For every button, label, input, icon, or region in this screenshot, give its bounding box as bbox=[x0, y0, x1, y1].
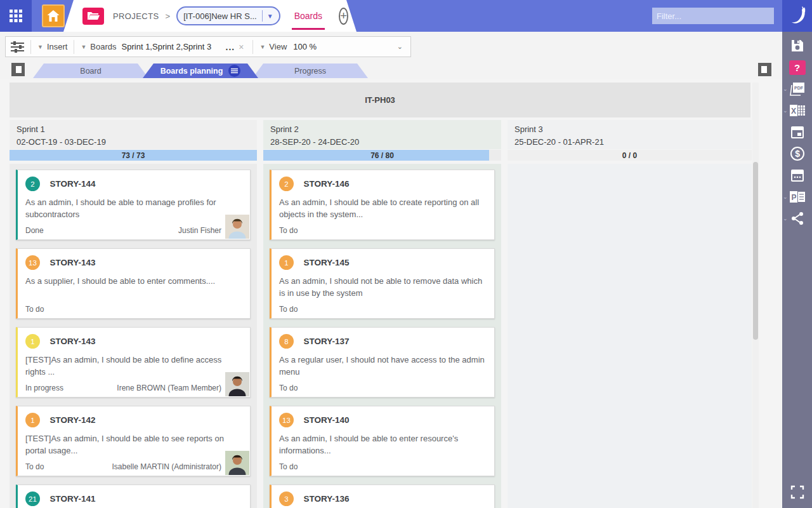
sprint-dates: 28-SEP-20 - 24-DEC-20 bbox=[270, 136, 494, 149]
help-button[interactable]: ? bbox=[782, 57, 812, 78]
story-id: STORY-145 bbox=[303, 258, 349, 267]
sprint-column-3: Sprint 3 25-DEC-20 - 01-APR-21 0 / 0 bbox=[508, 120, 752, 508]
view-menu[interactable]: ▼ View bbox=[259, 42, 287, 51]
sprint-cards-list: 2 STORY-146 As an admin, I should be abl… bbox=[263, 164, 501, 508]
share-button[interactable]: ⌄ bbox=[782, 208, 812, 229]
project-selector[interactable]: [IT-006]New HR S... ▼ bbox=[176, 6, 280, 25]
calendar-view-button[interactable] bbox=[782, 121, 812, 143]
chevron-down-icon: ⌄ bbox=[783, 86, 788, 92]
story-points-badge: 1 bbox=[279, 255, 294, 270]
phase-group-header: IT-PH03 bbox=[10, 83, 750, 117]
story-card[interactable]: 1 STORY-143 [TEST]As an admin, I should … bbox=[16, 327, 251, 398]
story-card[interactable]: 2 STORY-144 As an admin, I should be abl… bbox=[16, 170, 251, 240]
toggle-right-panel-button[interactable] bbox=[758, 63, 771, 76]
project-selector-divider bbox=[262, 10, 263, 22]
project-selector-value: [IT-006]New HR S... bbox=[183, 11, 257, 21]
budget-button[interactable]: $ bbox=[782, 143, 812, 164]
assignee-avatar bbox=[225, 451, 249, 475]
chevron-down-icon: ⌄ bbox=[397, 43, 403, 51]
boards-selection-input[interactable] bbox=[122, 42, 222, 51]
view-options-button[interactable] bbox=[11, 41, 24, 53]
boards-clear-button[interactable]: × bbox=[239, 42, 244, 52]
story-id: STORY-140 bbox=[303, 415, 349, 425]
story-id: STORY-142 bbox=[49, 415, 95, 425]
tab-boards-planning[interactable]: Boards planning bbox=[143, 64, 258, 78]
story-card[interactable]: 13 STORY-140 As an admin, I should be ab… bbox=[270, 406, 495, 476]
chevron-down-icon: ⌄ bbox=[783, 215, 788, 222]
assignee-avatar bbox=[225, 215, 249, 239]
story-description: As a regular user, I should not have acc… bbox=[279, 354, 487, 378]
add-view-button[interactable]: + bbox=[339, 8, 348, 25]
sprint-name: Sprint 2 bbox=[270, 123, 494, 136]
budget-dollar-icon: $ bbox=[790, 146, 805, 161]
save-icon bbox=[790, 38, 805, 53]
export-pdf-button[interactable]: ⌄ PDF bbox=[782, 78, 812, 100]
story-status: In progress bbox=[25, 384, 63, 392]
tab-menu-icon[interactable] bbox=[228, 65, 240, 77]
sprint-name: Sprint 1 bbox=[16, 123, 250, 136]
story-card[interactable]: 13 STORY-143 As a supplier, I should be … bbox=[16, 248, 251, 319]
toolbar-divider bbox=[252, 40, 253, 54]
tab-board[interactable]: Board bbox=[33, 64, 148, 78]
story-points-badge: 2 bbox=[279, 177, 294, 191]
story-status: To do bbox=[279, 384, 298, 392]
breadcrumb-projects[interactable]: PROJECTS bbox=[113, 11, 159, 21]
calendar-icon bbox=[790, 124, 805, 140]
tab-progress[interactable]: Progress bbox=[252, 64, 368, 78]
story-description: As an admin, I should be able to create … bbox=[279, 197, 487, 221]
vertical-scrollbar[interactable] bbox=[752, 83, 759, 508]
story-points-badge: 1 bbox=[25, 334, 40, 349]
story-status: To do bbox=[279, 226, 298, 235]
board-area: IT-PH03 Sprint 1 02-OCT-19 - 03-DEC-19 7… bbox=[0, 79, 782, 508]
save-button[interactable] bbox=[782, 35, 812, 57]
help-icon: ? bbox=[789, 60, 806, 75]
story-points-badge: 1 bbox=[25, 413, 40, 427]
sprint-column-header: Sprint 2 28-SEP-20 - 24-DEC-20 bbox=[263, 120, 501, 149]
sprint-cards-list bbox=[508, 164, 752, 508]
sprint-column-1: Sprint 1 02-OCT-19 - 03-DEC-19 73 / 73 2… bbox=[10, 120, 257, 508]
story-points-badge: 13 bbox=[25, 255, 40, 270]
svg-text:$: $ bbox=[795, 149, 800, 159]
story-assignee: Isabelle MARTIN (Administrator) bbox=[112, 462, 222, 471]
story-card[interactable]: 2 STORY-146 As an admin, I should be abl… bbox=[270, 170, 495, 240]
export-excel-button[interactable]: ⌄ X bbox=[782, 100, 812, 121]
sprint-cards-list: 2 STORY-144 As an admin, I should be abl… bbox=[10, 164, 257, 508]
app-grid-icon bbox=[9, 9, 23, 23]
story-card[interactable]: 8 STORY-137 As a regular user, I should … bbox=[270, 327, 495, 398]
zoom-select[interactable]: 100 % ⌄ bbox=[293, 42, 405, 51]
scrollbar-thumb[interactable] bbox=[753, 162, 758, 340]
export-excel-icon: X bbox=[789, 103, 806, 118]
svg-text:P: P bbox=[791, 193, 796, 202]
home-button[interactable] bbox=[42, 4, 65, 27]
story-id: STORY-143 bbox=[49, 337, 95, 346]
fullscreen-button[interactable] bbox=[782, 481, 812, 503]
assignee-avatar bbox=[225, 372, 249, 396]
right-sidebar: ? ⌄ PDF ⌄ X bbox=[782, 32, 812, 508]
export-powerpoint-button[interactable]: ⌄ P bbox=[782, 186, 812, 208]
story-card[interactable]: 3 STORY-136 As an admin, I should be abl… bbox=[270, 485, 495, 508]
boards-menu-label: Boards bbox=[90, 42, 116, 51]
story-card[interactable]: 1 STORY-145 As an admin, I should not be… bbox=[270, 248, 495, 319]
sprint-column-header: Sprint 3 25-DEC-20 - 01-APR-21 bbox=[508, 120, 752, 149]
svg-text:PDF: PDF bbox=[794, 86, 804, 90]
boards-menu[interactable]: ▼ Boards bbox=[81, 42, 116, 51]
filter-input[interactable] bbox=[652, 8, 774, 24]
zoom-value: 100 % bbox=[293, 42, 317, 51]
boards-more-button[interactable]: ... bbox=[226, 42, 235, 52]
nav-boards-link[interactable]: Boards bbox=[294, 0, 322, 32]
tab-label: Progress bbox=[294, 67, 326, 76]
toolbar: ▼ Insert ▼ Boards ... × ▼ View 100 % ⌄ bbox=[0, 32, 782, 60]
story-card[interactable]: 21 STORY-141 As an admin, I should be ab… bbox=[16, 485, 251, 508]
story-status: To do bbox=[25, 462, 44, 471]
projects-folder-icon bbox=[82, 8, 104, 25]
story-card[interactable]: 1 STORY-142 [TEST]As an admin, I should … bbox=[16, 406, 251, 476]
app-window: PROJECTS > [IT-006]New HR S... ▼ Boards … bbox=[0, 0, 812, 508]
schedule-button[interactable] bbox=[782, 164, 812, 186]
capacity-label: 76 / 80 bbox=[263, 150, 501, 161]
chevron-down-icon: ▼ bbox=[267, 13, 273, 20]
app-grid-button[interactable] bbox=[0, 0, 32, 32]
sprint-capacity-bar: 0 / 0 bbox=[508, 150, 752, 161]
story-id: STORY-143 bbox=[49, 258, 95, 267]
insert-menu[interactable]: ▼ Insert bbox=[37, 42, 67, 51]
toggle-left-panel-button[interactable] bbox=[11, 63, 25, 76]
